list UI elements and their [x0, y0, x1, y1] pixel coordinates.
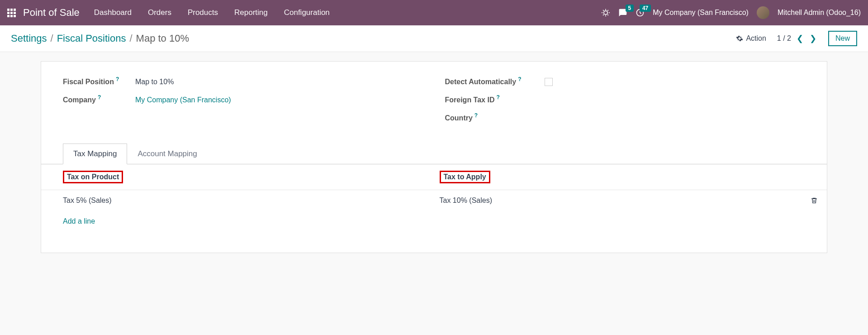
header-tax-on-product: Tax on Product [63, 171, 123, 183]
nav-products[interactable]: Products [188, 8, 218, 17]
pager-next[interactable]: ❯ [809, 34, 817, 43]
avatar[interactable] [757, 6, 769, 19]
header-tax-to-apply: Tax to Apply [440, 171, 490, 183]
breadcrumb-fiscal-positions[interactable]: Fiscal Positions [57, 33, 126, 44]
gear-icon [736, 35, 743, 42]
pager-text: 1 / 2 [777, 34, 791, 43]
app-title[interactable]: Point of Sale [23, 7, 80, 19]
cell-tax-on-product[interactable]: Tax 5% (Sales) [41, 190, 434, 211]
new-button[interactable]: New [828, 31, 857, 46]
apps-icon[interactable] [7, 9, 16, 17]
nav-dashboard[interactable]: Dashboard [94, 8, 132, 17]
help-icon[interactable]: ? [98, 94, 101, 100]
nav-configuration[interactable]: Configuration [284, 8, 330, 17]
activities-badge: 47 [640, 5, 651, 12]
fiscal-position-label: Fiscal Position? [63, 78, 135, 86]
company-value[interactable]: My Company (San Francisco) [135, 96, 231, 104]
help-icon[interactable]: ? [474, 112, 478, 119]
company-switcher[interactable]: My Company (San Francisco) [653, 9, 749, 17]
detect-auto-checkbox[interactable] [545, 78, 553, 86]
trash-icon [811, 197, 818, 204]
delete-row-button[interactable] [805, 190, 827, 211]
breadcrumb: Settings / Fiscal Positions / Map to 10% [11, 33, 189, 44]
messages-badge: 5 [626, 5, 634, 12]
user-menu[interactable]: Mitchell Admin (Odoo_16) [778, 9, 861, 17]
pager-prev[interactable]: ❮ [796, 34, 804, 43]
country-label: Country? [445, 114, 545, 122]
activities-icon[interactable]: 47 [636, 8, 645, 17]
action-label: Action [746, 34, 766, 43]
company-label: Company? [63, 96, 135, 104]
help-icon[interactable]: ? [116, 76, 119, 82]
svg-point-0 [604, 11, 607, 14]
nav-orders[interactable]: Orders [148, 8, 171, 17]
help-icon[interactable]: ? [518, 76, 521, 82]
breadcrumb-current: Map to 10% [136, 33, 189, 44]
bug-icon[interactable] [601, 8, 610, 17]
detect-auto-label: Detect Automatically? [445, 78, 545, 86]
table-row[interactable]: Tax 5% (Sales) Tax 10% (Sales) [41, 190, 827, 211]
cell-tax-to-apply[interactable]: Tax 10% (Sales) [434, 190, 806, 211]
nav-reporting[interactable]: Reporting [234, 8, 268, 17]
breadcrumb-settings[interactable]: Settings [11, 33, 47, 44]
pager: 1 / 2 ❮ ❯ [777, 34, 817, 43]
help-icon[interactable]: ? [496, 94, 499, 100]
tab-account-mapping[interactable]: Account Mapping [127, 144, 207, 164]
fiscal-position-value[interactable]: Map to 10% [135, 78, 174, 86]
add-line-button[interactable]: Add a line [63, 217, 95, 225]
add-line-row[interactable]: Add a line [41, 211, 827, 232]
action-button[interactable]: Action [736, 34, 766, 43]
foreign-tax-label: Foreign Tax ID? [445, 96, 545, 104]
messages-icon[interactable]: 5 [618, 8, 627, 17]
tab-tax-mapping[interactable]: Tax Mapping [63, 144, 127, 164]
